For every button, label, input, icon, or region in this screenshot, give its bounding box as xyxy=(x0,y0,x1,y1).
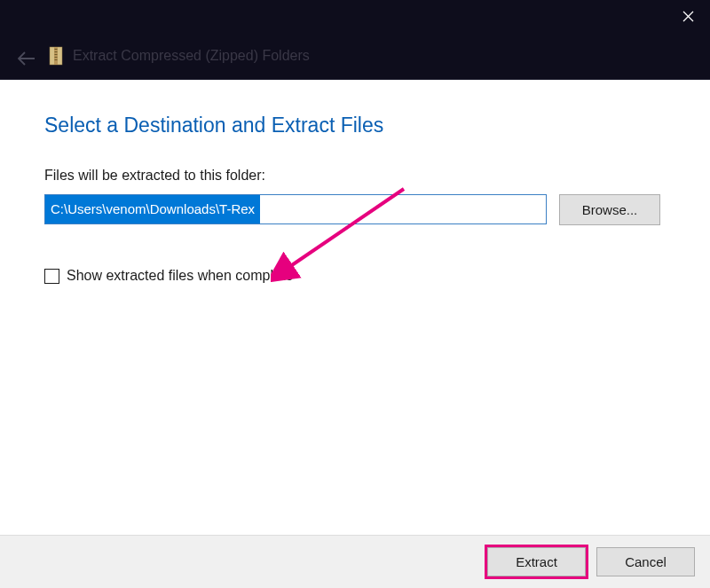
titlebar: Extract Compressed (Zipped) Folders xyxy=(0,0,710,80)
close-icon xyxy=(682,11,694,22)
svg-rect-5 xyxy=(55,51,58,52)
browse-button[interactable]: Browse... xyxy=(559,194,660,225)
path-label: Files will be extracted to this folder: xyxy=(44,168,666,184)
show-files-checkbox-label: Show extracted files when complete xyxy=(67,268,293,284)
show-files-checkbox[interactable] xyxy=(44,269,59,284)
zip-folder-icon xyxy=(48,46,64,66)
window-title: Extract Compressed (Zipped) Folders xyxy=(73,48,310,64)
svg-rect-4 xyxy=(55,49,58,50)
path-text-selected: C:\Users\venom\Downloads\T-Rex xyxy=(45,195,260,223)
svg-rect-8 xyxy=(55,59,58,60)
dialog-header: Select a Destination and Extract Files xyxy=(44,114,666,137)
svg-rect-6 xyxy=(55,54,58,55)
dialog-content: Select a Destination and Extract Files F… xyxy=(0,80,710,284)
extract-button[interactable]: Extract xyxy=(487,547,586,576)
back-button[interactable] xyxy=(18,48,36,71)
close-button[interactable] xyxy=(679,9,697,27)
cancel-button[interactable]: Cancel xyxy=(596,547,695,576)
arrow-left-icon xyxy=(18,51,36,66)
destination-path-input[interactable]: C:\Users\venom\Downloads\T-Rex xyxy=(44,194,547,224)
dialog-footer: Extract Cancel xyxy=(0,535,710,588)
svg-rect-7 xyxy=(55,57,58,58)
